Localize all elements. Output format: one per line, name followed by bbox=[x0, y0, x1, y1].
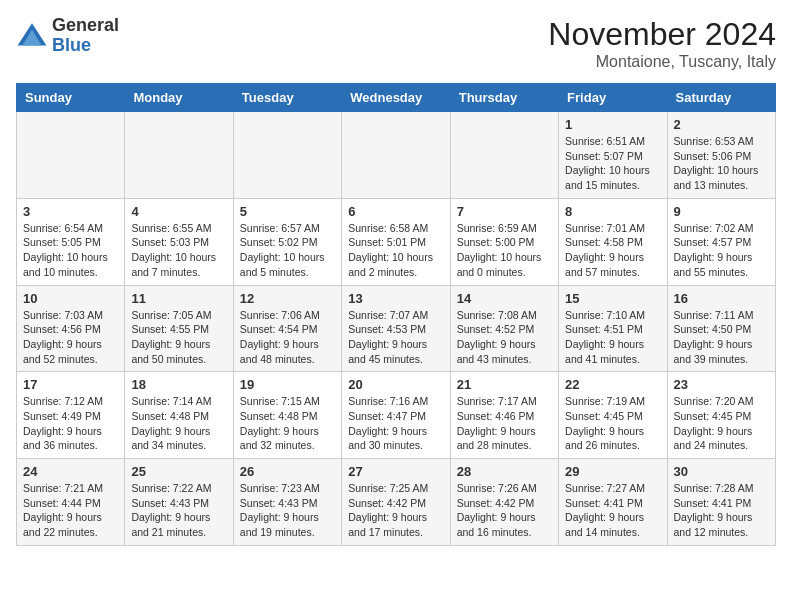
day-number: 17 bbox=[23, 377, 118, 392]
day-info: Sunrise: 6:54 AM Sunset: 5:05 PM Dayligh… bbox=[23, 221, 118, 280]
day-info: Sunrise: 7:05 AM Sunset: 4:55 PM Dayligh… bbox=[131, 308, 226, 367]
calendar-cell: 24Sunrise: 7:21 AM Sunset: 4:44 PM Dayli… bbox=[17, 459, 125, 546]
day-number: 7 bbox=[457, 204, 552, 219]
day-number: 14 bbox=[457, 291, 552, 306]
day-number: 13 bbox=[348, 291, 443, 306]
day-number: 8 bbox=[565, 204, 660, 219]
day-number: 24 bbox=[23, 464, 118, 479]
logo-general-text: General bbox=[52, 15, 119, 35]
calendar-cell: 29Sunrise: 7:27 AM Sunset: 4:41 PM Dayli… bbox=[559, 459, 667, 546]
calendar-cell: 5Sunrise: 6:57 AM Sunset: 5:02 PM Daylig… bbox=[233, 198, 341, 285]
calendar-cell bbox=[450, 112, 558, 199]
calendar-cell: 8Sunrise: 7:01 AM Sunset: 4:58 PM Daylig… bbox=[559, 198, 667, 285]
day-info: Sunrise: 7:08 AM Sunset: 4:52 PM Dayligh… bbox=[457, 308, 552, 367]
calendar-table: SundayMondayTuesdayWednesdayThursdayFrid… bbox=[16, 83, 776, 546]
calendar-cell: 7Sunrise: 6:59 AM Sunset: 5:00 PM Daylig… bbox=[450, 198, 558, 285]
day-info: Sunrise: 7:21 AM Sunset: 4:44 PM Dayligh… bbox=[23, 481, 118, 540]
calendar-cell: 17Sunrise: 7:12 AM Sunset: 4:49 PM Dayli… bbox=[17, 372, 125, 459]
day-info: Sunrise: 6:59 AM Sunset: 5:00 PM Dayligh… bbox=[457, 221, 552, 280]
calendar-cell bbox=[125, 112, 233, 199]
day-info: Sunrise: 7:06 AM Sunset: 4:54 PM Dayligh… bbox=[240, 308, 335, 367]
calendar-cell: 15Sunrise: 7:10 AM Sunset: 4:51 PM Dayli… bbox=[559, 285, 667, 372]
day-info: Sunrise: 7:10 AM Sunset: 4:51 PM Dayligh… bbox=[565, 308, 660, 367]
calendar-cell: 9Sunrise: 7:02 AM Sunset: 4:57 PM Daylig… bbox=[667, 198, 775, 285]
calendar-cell: 12Sunrise: 7:06 AM Sunset: 4:54 PM Dayli… bbox=[233, 285, 341, 372]
calendar-cell bbox=[17, 112, 125, 199]
header-day-saturday: Saturday bbox=[667, 84, 775, 112]
day-info: Sunrise: 6:51 AM Sunset: 5:07 PM Dayligh… bbox=[565, 134, 660, 193]
day-number: 11 bbox=[131, 291, 226, 306]
calendar-cell bbox=[233, 112, 341, 199]
calendar-week-3: 10Sunrise: 7:03 AM Sunset: 4:56 PM Dayli… bbox=[17, 285, 776, 372]
calendar-week-2: 3Sunrise: 6:54 AM Sunset: 5:05 PM Daylig… bbox=[17, 198, 776, 285]
day-info: Sunrise: 7:28 AM Sunset: 4:41 PM Dayligh… bbox=[674, 481, 769, 540]
calendar-header-row: SundayMondayTuesdayWednesdayThursdayFrid… bbox=[17, 84, 776, 112]
day-number: 23 bbox=[674, 377, 769, 392]
calendar-cell: 26Sunrise: 7:23 AM Sunset: 4:43 PM Dayli… bbox=[233, 459, 341, 546]
day-info: Sunrise: 7:12 AM Sunset: 4:49 PM Dayligh… bbox=[23, 394, 118, 453]
day-number: 4 bbox=[131, 204, 226, 219]
header-day-monday: Monday bbox=[125, 84, 233, 112]
calendar-cell: 3Sunrise: 6:54 AM Sunset: 5:05 PM Daylig… bbox=[17, 198, 125, 285]
calendar-cell: 18Sunrise: 7:14 AM Sunset: 4:48 PM Dayli… bbox=[125, 372, 233, 459]
day-info: Sunrise: 7:27 AM Sunset: 4:41 PM Dayligh… bbox=[565, 481, 660, 540]
calendar-cell: 1Sunrise: 6:51 AM Sunset: 5:07 PM Daylig… bbox=[559, 112, 667, 199]
day-info: Sunrise: 6:53 AM Sunset: 5:06 PM Dayligh… bbox=[674, 134, 769, 193]
day-number: 21 bbox=[457, 377, 552, 392]
day-info: Sunrise: 6:57 AM Sunset: 5:02 PM Dayligh… bbox=[240, 221, 335, 280]
page-header: General Blue November 2024 Montaione, Tu… bbox=[16, 16, 776, 71]
calendar-cell: 13Sunrise: 7:07 AM Sunset: 4:53 PM Dayli… bbox=[342, 285, 450, 372]
calendar-cell: 2Sunrise: 6:53 AM Sunset: 5:06 PM Daylig… bbox=[667, 112, 775, 199]
day-info: Sunrise: 7:15 AM Sunset: 4:48 PM Dayligh… bbox=[240, 394, 335, 453]
day-number: 19 bbox=[240, 377, 335, 392]
day-info: Sunrise: 7:16 AM Sunset: 4:47 PM Dayligh… bbox=[348, 394, 443, 453]
day-info: Sunrise: 7:19 AM Sunset: 4:45 PM Dayligh… bbox=[565, 394, 660, 453]
calendar-cell bbox=[342, 112, 450, 199]
day-info: Sunrise: 7:01 AM Sunset: 4:58 PM Dayligh… bbox=[565, 221, 660, 280]
day-info: Sunrise: 7:07 AM Sunset: 4:53 PM Dayligh… bbox=[348, 308, 443, 367]
day-number: 18 bbox=[131, 377, 226, 392]
calendar-cell: 28Sunrise: 7:26 AM Sunset: 4:42 PM Dayli… bbox=[450, 459, 558, 546]
calendar-body: 1Sunrise: 6:51 AM Sunset: 5:07 PM Daylig… bbox=[17, 112, 776, 546]
day-info: Sunrise: 6:58 AM Sunset: 5:01 PM Dayligh… bbox=[348, 221, 443, 280]
day-info: Sunrise: 7:03 AM Sunset: 4:56 PM Dayligh… bbox=[23, 308, 118, 367]
day-number: 1 bbox=[565, 117, 660, 132]
logo-icon bbox=[16, 20, 48, 52]
calendar-cell: 10Sunrise: 7:03 AM Sunset: 4:56 PM Dayli… bbox=[17, 285, 125, 372]
calendar-cell: 27Sunrise: 7:25 AM Sunset: 4:42 PM Dayli… bbox=[342, 459, 450, 546]
header-day-friday: Friday bbox=[559, 84, 667, 112]
header-day-sunday: Sunday bbox=[17, 84, 125, 112]
day-number: 30 bbox=[674, 464, 769, 479]
calendar-cell: 22Sunrise: 7:19 AM Sunset: 4:45 PM Dayli… bbox=[559, 372, 667, 459]
calendar-cell: 20Sunrise: 7:16 AM Sunset: 4:47 PM Dayli… bbox=[342, 372, 450, 459]
day-number: 10 bbox=[23, 291, 118, 306]
day-info: Sunrise: 7:11 AM Sunset: 4:50 PM Dayligh… bbox=[674, 308, 769, 367]
day-number: 2 bbox=[674, 117, 769, 132]
calendar-cell: 19Sunrise: 7:15 AM Sunset: 4:48 PM Dayli… bbox=[233, 372, 341, 459]
day-info: Sunrise: 7:22 AM Sunset: 4:43 PM Dayligh… bbox=[131, 481, 226, 540]
day-number: 25 bbox=[131, 464, 226, 479]
calendar-cell: 23Sunrise: 7:20 AM Sunset: 4:45 PM Dayli… bbox=[667, 372, 775, 459]
day-number: 29 bbox=[565, 464, 660, 479]
logo: General Blue bbox=[16, 16, 119, 56]
location: Montaione, Tuscany, Italy bbox=[548, 53, 776, 71]
calendar-cell: 16Sunrise: 7:11 AM Sunset: 4:50 PM Dayli… bbox=[667, 285, 775, 372]
day-info: Sunrise: 6:55 AM Sunset: 5:03 PM Dayligh… bbox=[131, 221, 226, 280]
day-info: Sunrise: 7:26 AM Sunset: 4:42 PM Dayligh… bbox=[457, 481, 552, 540]
header-day-wednesday: Wednesday bbox=[342, 84, 450, 112]
day-info: Sunrise: 7:17 AM Sunset: 4:46 PM Dayligh… bbox=[457, 394, 552, 453]
day-info: Sunrise: 7:23 AM Sunset: 4:43 PM Dayligh… bbox=[240, 481, 335, 540]
calendar-cell: 25Sunrise: 7:22 AM Sunset: 4:43 PM Dayli… bbox=[125, 459, 233, 546]
day-info: Sunrise: 7:20 AM Sunset: 4:45 PM Dayligh… bbox=[674, 394, 769, 453]
day-number: 12 bbox=[240, 291, 335, 306]
calendar-cell: 14Sunrise: 7:08 AM Sunset: 4:52 PM Dayli… bbox=[450, 285, 558, 372]
header-day-thursday: Thursday bbox=[450, 84, 558, 112]
title-area: November 2024 Montaione, Tuscany, Italy bbox=[548, 16, 776, 71]
calendar-week-4: 17Sunrise: 7:12 AM Sunset: 4:49 PM Dayli… bbox=[17, 372, 776, 459]
day-number: 16 bbox=[674, 291, 769, 306]
calendar-cell: 4Sunrise: 6:55 AM Sunset: 5:03 PM Daylig… bbox=[125, 198, 233, 285]
day-number: 27 bbox=[348, 464, 443, 479]
day-number: 22 bbox=[565, 377, 660, 392]
logo-blue-text: Blue bbox=[52, 35, 91, 55]
header-day-tuesday: Tuesday bbox=[233, 84, 341, 112]
